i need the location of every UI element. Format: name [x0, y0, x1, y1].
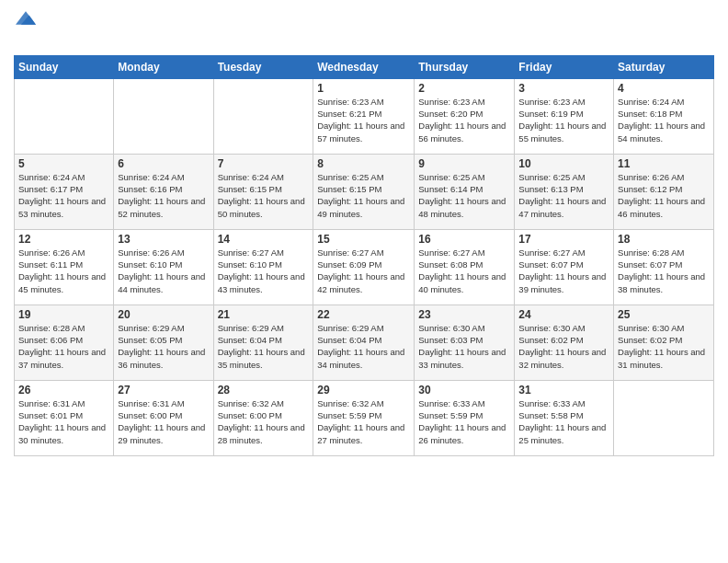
calendar-cell: 20Sunrise: 6:29 AM Sunset: 6:05 PM Dayli…	[114, 304, 213, 380]
day-number: 1	[317, 82, 410, 95]
day-number: 2	[418, 82, 510, 95]
day-number: 7	[218, 157, 310, 170]
day-number: 11	[618, 157, 710, 170]
day-number: 26	[18, 384, 109, 396]
day-number: 17	[518, 233, 609, 246]
day-number: 27	[118, 384, 209, 396]
day-number: 5	[18, 157, 109, 170]
calendar-cell: 13Sunrise: 6:26 AM Sunset: 6:10 PM Dayli…	[114, 229, 213, 304]
day-number: 22	[317, 308, 410, 321]
day-info: Sunrise: 6:31 AM Sunset: 6:00 PM Dayligh…	[118, 397, 209, 446]
day-number: 28	[218, 384, 310, 396]
col-header-sunday: Sunday	[15, 55, 114, 78]
day-number: 31	[518, 384, 609, 396]
calendar-cell: 10Sunrise: 6:25 AM Sunset: 6:13 PM Dayli…	[515, 154, 614, 229]
day-number: 16	[418, 233, 510, 246]
day-info: Sunrise: 6:33 AM Sunset: 5:58 PM Dayligh…	[518, 397, 609, 446]
day-info: Sunrise: 6:28 AM Sunset: 6:06 PM Dayligh…	[18, 322, 109, 371]
day-number: 20	[118, 308, 209, 321]
day-number: 21	[218, 308, 310, 321]
calendar-cell: 28Sunrise: 6:32 AM Sunset: 6:00 PM Dayli…	[213, 380, 313, 455]
calendar-cell: 19Sunrise: 6:28 AM Sunset: 6:06 PM Dayli…	[15, 304, 114, 380]
logo	[14, 9, 36, 48]
calendar-cell: 15Sunrise: 6:27 AM Sunset: 6:09 PM Dayli…	[313, 229, 415, 304]
day-number: 25	[618, 308, 710, 321]
day-number: 9	[418, 157, 510, 170]
day-info: Sunrise: 6:26 AM Sunset: 6:11 PM Dayligh…	[18, 247, 109, 295]
col-header-friday: Friday	[515, 55, 614, 78]
calendar-week-row: 26Sunrise: 6:31 AM Sunset: 6:01 PM Dayli…	[15, 380, 714, 455]
calendar-week-row: 19Sunrise: 6:28 AM Sunset: 6:06 PM Dayli…	[15, 304, 714, 380]
col-header-wednesday: Wednesday	[313, 55, 415, 78]
calendar-cell: 25Sunrise: 6:30 AM Sunset: 6:02 PM Dayli…	[614, 304, 714, 380]
day-number: 18	[618, 233, 710, 246]
day-info: Sunrise: 6:23 AM Sunset: 6:21 PM Dayligh…	[317, 96, 410, 144]
day-info: Sunrise: 6:30 AM Sunset: 6:02 PM Dayligh…	[618, 322, 710, 371]
calendar-cell: 31Sunrise: 6:33 AM Sunset: 5:58 PM Dayli…	[515, 380, 614, 455]
day-number: 6	[118, 157, 209, 170]
calendar-header-row: SundayMondayTuesdayWednesdayThursdayFrid…	[15, 55, 714, 78]
day-number: 3	[518, 82, 609, 95]
day-info: Sunrise: 6:23 AM Sunset: 6:19 PM Dayligh…	[518, 96, 609, 144]
day-info: Sunrise: 6:29 AM Sunset: 6:04 PM Dayligh…	[317, 322, 410, 371]
day-number: 10	[518, 157, 609, 170]
day-info: Sunrise: 6:30 AM Sunset: 6:02 PM Dayligh…	[518, 322, 609, 371]
calendar-cell: 8Sunrise: 6:25 AM Sunset: 6:15 PM Daylig…	[313, 154, 415, 229]
calendar-cell: 24Sunrise: 6:30 AM Sunset: 6:02 PM Dayli…	[515, 304, 614, 380]
col-header-saturday: Saturday	[614, 55, 714, 78]
day-info: Sunrise: 6:27 AM Sunset: 6:09 PM Dayligh…	[317, 247, 410, 295]
day-info: Sunrise: 6:28 AM Sunset: 6:07 PM Dayligh…	[618, 247, 710, 295]
header	[14, 9, 714, 48]
day-number: 30	[418, 384, 510, 396]
day-info: Sunrise: 6:27 AM Sunset: 6:10 PM Dayligh…	[218, 247, 310, 295]
day-number: 4	[618, 82, 710, 95]
calendar-cell: 4Sunrise: 6:24 AM Sunset: 6:18 PM Daylig…	[614, 78, 714, 154]
day-info: Sunrise: 6:24 AM Sunset: 6:16 PM Dayligh…	[118, 171, 209, 220]
col-header-monday: Monday	[114, 55, 213, 78]
day-number: 12	[18, 233, 109, 246]
day-info: Sunrise: 6:27 AM Sunset: 6:07 PM Dayligh…	[518, 247, 609, 295]
calendar-cell: 12Sunrise: 6:26 AM Sunset: 6:11 PM Dayli…	[15, 229, 114, 304]
day-info: Sunrise: 6:30 AM Sunset: 6:03 PM Dayligh…	[418, 322, 510, 371]
calendar-cell: 3Sunrise: 6:23 AM Sunset: 6:19 PM Daylig…	[515, 78, 614, 154]
logo-icon	[16, 9, 36, 29]
calendar-cell: 9Sunrise: 6:25 AM Sunset: 6:14 PM Daylig…	[415, 154, 515, 229]
day-info: Sunrise: 6:32 AM Sunset: 5:59 PM Dayligh…	[317, 397, 410, 446]
day-number: 14	[218, 233, 310, 246]
calendar-week-row: 1Sunrise: 6:23 AM Sunset: 6:21 PM Daylig…	[15, 78, 714, 154]
day-number: 19	[18, 308, 109, 321]
calendar-cell: 18Sunrise: 6:28 AM Sunset: 6:07 PM Dayli…	[614, 229, 714, 304]
calendar-cell: 6Sunrise: 6:24 AM Sunset: 6:16 PM Daylig…	[114, 154, 213, 229]
day-info: Sunrise: 6:32 AM Sunset: 6:00 PM Dayligh…	[218, 397, 310, 446]
calendar-cell: 16Sunrise: 6:27 AM Sunset: 6:08 PM Dayli…	[415, 229, 515, 304]
calendar-cell: 23Sunrise: 6:30 AM Sunset: 6:03 PM Dayli…	[415, 304, 515, 380]
day-info: Sunrise: 6:25 AM Sunset: 6:13 PM Dayligh…	[518, 171, 609, 220]
calendar-cell: 17Sunrise: 6:27 AM Sunset: 6:07 PM Dayli…	[515, 229, 614, 304]
calendar-cell: 22Sunrise: 6:29 AM Sunset: 6:04 PM Dayli…	[313, 304, 415, 380]
day-info: Sunrise: 6:24 AM Sunset: 6:18 PM Dayligh…	[618, 96, 710, 144]
day-number: 8	[317, 157, 410, 170]
calendar-cell	[15, 78, 114, 154]
day-number: 24	[518, 308, 609, 321]
calendar-week-row: 5Sunrise: 6:24 AM Sunset: 6:17 PM Daylig…	[15, 154, 714, 229]
day-number: 23	[418, 308, 510, 321]
calendar-table: SundayMondayTuesdayWednesdayThursdayFrid…	[14, 55, 714, 456]
calendar-cell: 7Sunrise: 6:24 AM Sunset: 6:15 PM Daylig…	[213, 154, 313, 229]
day-info: Sunrise: 6:29 AM Sunset: 6:04 PM Dayligh…	[218, 322, 310, 371]
calendar-cell: 11Sunrise: 6:26 AM Sunset: 6:12 PM Dayli…	[614, 154, 714, 229]
day-info: Sunrise: 6:29 AM Sunset: 6:05 PM Dayligh…	[118, 322, 209, 371]
day-info: Sunrise: 6:25 AM Sunset: 6:15 PM Dayligh…	[317, 171, 410, 220]
calendar-cell: 29Sunrise: 6:32 AM Sunset: 5:59 PM Dayli…	[313, 380, 415, 455]
calendar-cell: 21Sunrise: 6:29 AM Sunset: 6:04 PM Dayli…	[213, 304, 313, 380]
day-info: Sunrise: 6:25 AM Sunset: 6:14 PM Dayligh…	[418, 171, 510, 220]
calendar-cell: 30Sunrise: 6:33 AM Sunset: 5:59 PM Dayli…	[415, 380, 515, 455]
day-number: 13	[118, 233, 209, 246]
day-info: Sunrise: 6:26 AM Sunset: 6:10 PM Dayligh…	[118, 247, 209, 295]
calendar-cell: 27Sunrise: 6:31 AM Sunset: 6:00 PM Dayli…	[114, 380, 213, 455]
calendar-cell: 1Sunrise: 6:23 AM Sunset: 6:21 PM Daylig…	[313, 78, 415, 154]
day-number: 15	[317, 233, 410, 246]
calendar-cell: 14Sunrise: 6:27 AM Sunset: 6:10 PM Dayli…	[213, 229, 313, 304]
col-header-tuesday: Tuesday	[213, 55, 313, 78]
day-info: Sunrise: 6:33 AM Sunset: 5:59 PM Dayligh…	[418, 397, 510, 446]
calendar-cell: 2Sunrise: 6:23 AM Sunset: 6:20 PM Daylig…	[415, 78, 515, 154]
